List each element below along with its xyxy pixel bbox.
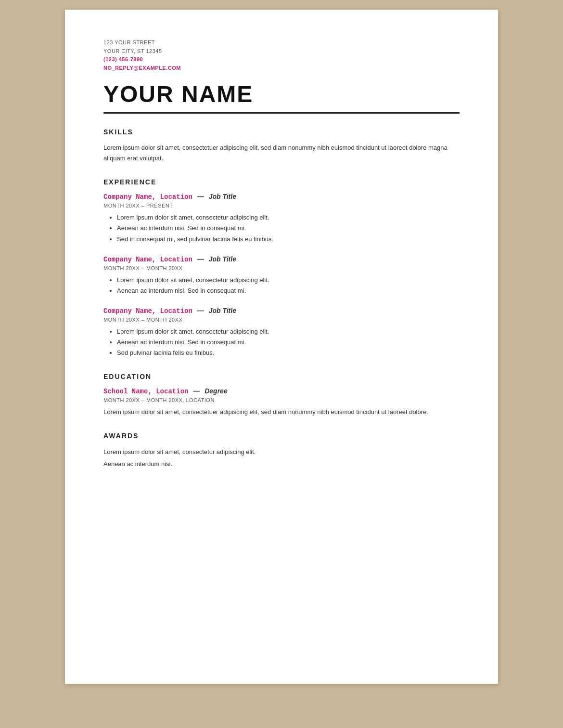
bullet-1-1: Lorem ipsum dolor sit amet, consectetur … [117,212,460,223]
edu-description-1: Lorem ipsum dolor sit amet, consectetuer… [103,407,460,417]
bullet-3-3: Sed pulvinar lacinia felis eu finibus. [117,348,460,358]
edu-school-1: School Name, Location [103,388,188,395]
bullet-3-1: Lorem ipsum dolor sit amet, consectetur … [117,326,460,337]
resume-page: 123 YOUR STREET YOUR CITY, ST 12345 (123… [65,10,498,684]
job-title-3: Job Title [209,307,236,314]
experience-title: EXPERIENCE [103,178,460,186]
job-entry-1: Company Name, Location — Job Title MONTH… [103,193,460,244]
education-title: EDUCATION [103,373,460,380]
contact-street: 123 YOUR STREET [103,39,460,47]
awards-line-1: Lorem ipsum dolor sit amet, consectetur … [103,446,460,458]
edu-header-1: School Name, Location — Degree [103,387,460,395]
bullet-3-2: Aenean ac interdum nisi. Sed in consequa… [117,337,460,348]
job-dash-2: — [197,255,206,263]
bullet-1-2: Aenean ac interdum nisi. Sed in consequa… [117,223,460,234]
job-title-2: Job Title [209,255,236,263]
education-section: EDUCATION School Name, Location — Degree… [103,373,460,417]
job-header-2: Company Name, Location — Job Title [103,255,460,263]
bullet-1-3: Sed in consequat mi, sed pulvinar lacini… [117,234,460,245]
awards-section: AWARDS Lorem ipsum dolor sit amet, conse… [103,432,460,470]
job-entry-3: Company Name, Location — Job Title MONTH… [103,307,460,358]
contact-phone: (123) 456-7890 [103,55,460,64]
bullet-2-1: Lorem ipsum dolor sit amet, consectetur … [117,275,460,286]
job-bullets-1: Lorem ipsum dolor sit amet, consectetur … [103,212,460,244]
edu-entry-1: School Name, Location — Degree MONTH 20X… [103,387,460,417]
contact-info: 123 YOUR STREET YOUR CITY, ST 12345 (123… [103,39,460,72]
skills-title: SKILLS [103,128,460,136]
job-header-3: Company Name, Location — Job Title [103,307,460,315]
job-header-1: Company Name, Location — Job Title [103,193,460,201]
name-divider [103,112,460,114]
job-dates-3: MONTH 20XX – MONTH 20XX [103,317,460,323]
experience-section: EXPERIENCE Company Name, Location — Job … [103,178,460,358]
full-name: YOUR NAME [103,82,460,107]
awards-line-2: Aenean ac interdum nisi. [103,458,460,470]
job-bullets-3: Lorem ipsum dolor sit amet, consectetur … [103,326,460,358]
job-title-1: Job Title [209,193,236,200]
job-entry-2: Company Name, Location — Job Title MONTH… [103,255,460,296]
job-company-3: Company Name, Location [103,307,192,315]
job-dates-1: MONTH 20XX – PRESENT [103,203,460,208]
skills-section: SKILLS Lorem ipsum dolor sit amet, conse… [103,128,460,164]
job-dash-1: — [197,193,206,200]
job-bullets-2: Lorem ipsum dolor sit amet, consectetur … [103,275,460,296]
awards-title: AWARDS [103,432,460,440]
contact-email: NO_REPLY@EXAMPLE.COM [103,64,460,73]
edu-dash-1: — [193,387,202,395]
job-dash-3: — [197,307,206,314]
edu-degree-1: Degree [205,387,227,395]
job-company-2: Company Name, Location [103,256,192,263]
edu-dates-1: MONTH 20XX – MONTH 20XX, LOCATION [103,397,460,403]
awards-text: Lorem ipsum dolor sit amet, consectetur … [103,446,460,470]
job-dates-2: MONTH 20XX – MONTH 20XX [103,265,460,271]
skills-text: Lorem ipsum dolor sit amet, consectetuer… [103,143,460,164]
contact-city: YOUR CITY, ST 12345 [103,47,460,56]
bullet-2-2: Aenean ac interdum nisi. Sed in consequa… [117,286,460,296]
name-section: YOUR NAME [103,82,460,107]
job-company-1: Company Name, Location [103,193,192,201]
